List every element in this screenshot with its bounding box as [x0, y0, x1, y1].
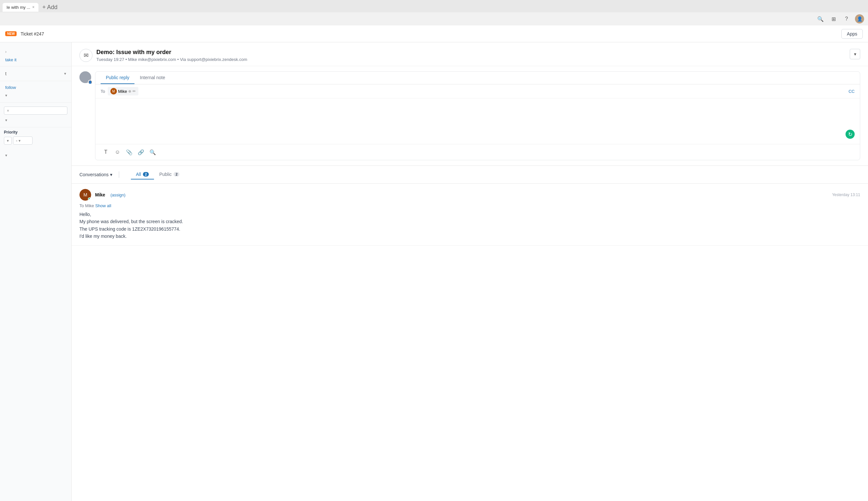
reply-body: Public reply Internal note To M Mike ⊕ ✏ — [95, 71, 860, 160]
filter-all-label: All — [136, 172, 141, 177]
help-icon[interactable]: ? — [842, 14, 851, 23]
priority-type-chevron-icon: ▾ — [7, 138, 9, 143]
sidebar-row-3[interactable]: ▾ — [4, 91, 67, 100]
sidebar-action-take[interactable]: take it — [4, 56, 67, 64]
to-label: To — [101, 89, 105, 94]
grid-icon[interactable]: ⊞ — [829, 14, 838, 23]
sidebar-row-2[interactable]: t ▾ — [4, 69, 67, 78]
chevron-down-icon: ▾ — [854, 52, 856, 57]
conversations-filters: All 2 Public 2 — [131, 170, 185, 180]
reply-toolbar: T ☺ 📎 🔗 🔍 — [95, 144, 860, 160]
message-online-dot — [88, 198, 91, 201]
header-right: Apps — [841, 29, 863, 39]
emoji-button[interactable]: ☺ — [112, 147, 123, 157]
message-line-2: My phone was delivered, but the screen i… — [79, 218, 860, 225]
close-icon[interactable]: × — [7, 108, 9, 113]
separator-1 — [119, 171, 119, 178]
mail-icon: ✉ — [84, 52, 89, 59]
reply-text-area[interactable]: ↻ — [95, 98, 860, 144]
sidebar-input-section: × ▾ — [0, 103, 71, 127]
email-icon: ✉ — [79, 49, 93, 62]
reply-to-row: To M Mike ⊕ ✏ CC — [95, 84, 860, 98]
message-sender: Mike — [95, 192, 105, 198]
priority-value-text: - — [16, 138, 17, 143]
sidebar-text-2: t — [5, 71, 7, 76]
filter-public-label: Public — [159, 172, 172, 177]
text-format-button[interactable]: T — [101, 147, 111, 157]
conversations-section: Conversations ▾ All 2 Public 2 — [72, 166, 868, 501]
message-line-1: Hello, — [79, 211, 860, 218]
filter-all-badge: 2 — [143, 172, 149, 177]
add-tab-button[interactable]: + Add — [40, 4, 60, 11]
show-all-link[interactable]: Show all — [95, 203, 111, 208]
tab-internal-note[interactable]: Internal note — [134, 72, 170, 84]
sidebar-chevron-4: ▾ — [5, 118, 7, 122]
message-header: M Mike (assign) Yesterday 13:11 — [79, 189, 860, 201]
sidebar-chevron-3: ▾ — [5, 93, 7, 98]
browser-chrome: Ie with my ... × + Add 🔍 ⊞ ? 👤 — [0, 0, 868, 25]
recipient-expand-icon[interactable]: ⊕ — [128, 89, 131, 94]
main-layout: › take it t ▾ follow ▾ × — [0, 42, 868, 501]
refresh-icon: ↻ — [848, 131, 853, 138]
filter-all-button[interactable]: All 2 — [131, 170, 154, 180]
ticket-label: Ticket #247 — [21, 31, 44, 36]
message-line-3: The UPS tracking code is 1ZE2X7320196155… — [79, 225, 860, 233]
app-header: NEW Ticket #247 Apps — [0, 25, 868, 42]
sidebar-chevron-1: › — [5, 50, 7, 54]
search-button[interactable]: 🔍 — [148, 147, 158, 157]
conversations-chevron-icon: ▾ — [110, 172, 112, 177]
conversations-title[interactable]: Conversations ▾ — [79, 172, 112, 177]
user-indicator-icon: 👤 — [88, 80, 93, 84]
sidebar-row-1[interactable]: › — [4, 47, 67, 56]
search-icon[interactable]: 🔍 — [816, 14, 825, 23]
reply-tabs: Public reply Internal note — [95, 72, 860, 84]
sidebar-input[interactable] — [9, 108, 64, 113]
tab-public-reply[interactable]: Public reply — [101, 72, 134, 84]
message-avatar: M — [79, 189, 91, 201]
sidebar-row-bottom[interactable]: ▾ — [4, 151, 67, 160]
message-to: To Mike Show all — [79, 203, 860, 208]
reply-row: 👤 Public reply Internal note To M — [79, 71, 860, 160]
sidebar-action-follow[interactable]: follow — [4, 84, 67, 91]
browser-tabs-bar: Ie with my ... × + Add — [0, 0, 868, 12]
assign-link[interactable]: (assign) — [110, 192, 125, 198]
recipient-edit-icon[interactable]: ✏ — [132, 89, 136, 94]
priority-label: Priority — [4, 130, 67, 135]
attach-button[interactable]: 📎 — [124, 147, 134, 157]
link-button[interactable]: 🔗 — [136, 147, 146, 157]
recipient-name: Mike — [118, 89, 127, 94]
email-header: ✉ Demo: Issue with my order Tuesday 19:2… — [72, 42, 868, 66]
message-item: M Mike (assign) Yesterday 13:11 To Mike … — [72, 184, 868, 246]
new-badge: NEW — [5, 31, 17, 36]
message-line-4: I'd like my money back. — [79, 233, 860, 240]
sidebar-section-1: › take it — [0, 45, 71, 66]
sidebar-input-row: × — [4, 107, 67, 115]
reply-avatar: 👤 — [79, 71, 91, 83]
sidebar-section-3: follow ▾ — [0, 81, 71, 103]
sidebar-chevron-2: ▾ — [64, 71, 66, 76]
tab-close-icon[interactable]: × — [32, 5, 34, 9]
priority-type-btn[interactable]: ▾ — [4, 137, 12, 145]
priority-section: Priority ▾ - ▾ — [0, 127, 71, 147]
reply-area: 👤 Public reply Internal note To M — [72, 66, 868, 166]
sidebar-row-4[interactable]: ▾ — [4, 116, 67, 125]
refresh-indicator: ↻ — [846, 130, 855, 139]
conversations-label: Conversations — [79, 172, 109, 177]
filter-public-badge: 2 — [174, 172, 180, 177]
app: NEW Ticket #247 Apps › take it t ▾ follo… — [0, 25, 868, 501]
email-meta: Tuesday 19:27 • Mike mike@pixiebrix.com … — [96, 57, 846, 62]
browser-toolbar: 🔍 ⊞ ? 👤 — [0, 12, 868, 25]
profile-icon[interactable]: 👤 — [855, 14, 864, 23]
cc-button[interactable]: CC — [848, 89, 855, 94]
message-body: Hello, My phone was delivered, but the s… — [79, 211, 860, 240]
sidebar: › take it t ▾ follow ▾ × — [0, 42, 72, 501]
recipient-avatar: M — [110, 88, 117, 95]
conversations-header: Conversations ▾ All 2 Public 2 — [72, 166, 868, 184]
browser-active-tab[interactable]: Ie with my ... × — [3, 3, 39, 12]
priority-value-btn[interactable]: - ▾ — [13, 137, 33, 145]
to-recipient[interactable]: M Mike ⊕ ✏ — [108, 87, 138, 95]
email-info: Demo: Issue with my order Tuesday 19:27 … — [96, 49, 846, 62]
filter-public-button[interactable]: Public 2 — [154, 170, 185, 180]
apps-button[interactable]: Apps — [841, 29, 863, 39]
expand-button[interactable]: ▾ — [850, 49, 860, 59]
